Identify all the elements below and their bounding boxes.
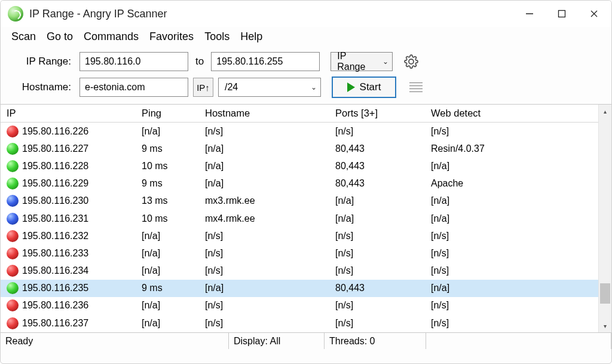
menu-go-to[interactable]: Go to — [42, 29, 78, 44]
ip-text: 195.80.116.226 — [22, 126, 88, 137]
table-row[interactable]: 195.80.116.2299 ms[n/a]80,443Apache — [1, 175, 598, 192]
cell-webdetect: Resin/4.0.37 — [425, 143, 598, 155]
table-row[interactable]: 195.80.116.234[n/a][n/s][n/s][n/s] — [1, 262, 598, 280]
menu-help[interactable]: Help — [235, 29, 267, 44]
cell-ports: [n/s] — [329, 317, 425, 329]
cell-webdetect: [n/s] — [425, 317, 598, 329]
cell-hostname: [n/a] — [199, 143, 329, 155]
cell-ip: 195.80.116.231 — [1, 212, 136, 225]
cell-hostname: [n/s] — [199, 230, 329, 242]
status-dot-icon — [7, 195, 19, 207]
ip-range-label: IP Range: — [15, 56, 75, 68]
ip-text: 195.80.116.233 — [22, 248, 88, 259]
scroll-down-icon[interactable]: ▾ — [599, 319, 611, 332]
toolbar: IP Range: to IP Range ⌄ Hostname: IP↑ /2… — [1, 48, 611, 104]
cell-ping: 9 ms — [136, 143, 199, 155]
cell-webdetect: [n/a] — [425, 160, 598, 172]
statusbar: Ready Display: All Threads: 0 — [1, 332, 611, 349]
ip-up-button[interactable]: IP↑ — [193, 78, 213, 97]
column-header[interactable]: IP — [1, 106, 136, 120]
ip-to-input[interactable] — [211, 52, 320, 71]
status-dot-icon — [7, 178, 19, 189]
cell-ping: 13 ms — [136, 195, 199, 207]
cell-ports: [n/a] — [329, 213, 425, 225]
cell-ping: 9 ms — [136, 282, 199, 294]
table-row[interactable]: 195.80.116.237[n/a][n/s][n/s][n/s] — [1, 314, 598, 332]
cell-hostname: [n/a] — [199, 282, 329, 294]
cell-ports: [n/s] — [329, 265, 425, 277]
minimize-button[interactable] — [513, 2, 546, 26]
ip-text: 195.80.116.235 — [22, 283, 88, 293]
ip-text: 195.80.116.236 — [22, 300, 88, 311]
cell-ping: [n/a] — [136, 299, 199, 311]
fetchers-button[interactable] — [407, 78, 425, 96]
cell-ip: 195.80.116.228 — [1, 160, 136, 173]
column-header[interactable]: Web detect — [425, 106, 598, 120]
table-body: 195.80.116.226[n/a][n/s][n/s][n/s]195.80… — [1, 123, 598, 332]
play-icon — [347, 82, 355, 92]
cell-ports: 80,443 — [329, 143, 425, 155]
hostname-label: Hostname: — [15, 81, 75, 93]
cell-webdetect: [n/s] — [425, 230, 598, 242]
scroll-up-icon[interactable]: ▴ — [599, 105, 611, 118]
cell-ping: [n/a] — [136, 265, 199, 277]
ip-from-input[interactable] — [79, 52, 188, 71]
cell-hostname: [n/a] — [199, 160, 329, 172]
cell-hostname: [n/s] — [199, 126, 329, 137]
column-header[interactable]: Ports [3+] — [329, 106, 425, 120]
table-row[interactable]: 195.80.116.23110 msmx4.rmk.ee[n/a][n/a] — [1, 210, 598, 227]
table-row[interactable]: 195.80.116.22810 ms[n/a]80,443[n/a] — [1, 157, 598, 175]
menu-commands[interactable]: Commands — [79, 29, 143, 44]
ip-text: 195.80.116.228 — [22, 161, 88, 172]
chevron-down-icon: ⌄ — [382, 57, 388, 66]
cell-ip: 195.80.116.230 — [1, 194, 136, 207]
table-row[interactable]: 195.80.116.236[n/a][n/s][n/s][n/s] — [1, 297, 598, 314]
table-row[interactable]: 195.80.116.232[n/a][n/s][n/s][n/s] — [1, 227, 598, 244]
table-header: IPPingHostnamePorts [3+]Web detect — [1, 105, 598, 123]
cell-ip: 195.80.116.227 — [1, 142, 136, 155]
menu-scan[interactable]: Scan — [7, 29, 41, 44]
cell-hostname: [n/s] — [199, 317, 329, 329]
cell-hostname: mx4.rmk.ee — [199, 213, 329, 225]
cell-ports: 80,443 — [329, 160, 425, 172]
status-dot-icon — [7, 213, 19, 225]
cell-ip: 195.80.116.232 — [1, 230, 136, 243]
mode-dropdown[interactable]: IP Range ⌄ — [331, 52, 393, 71]
table-row[interactable]: 195.80.116.23013 msmx3.rmk.ee[n/a][n/a] — [1, 192, 598, 210]
cell-ping: 10 ms — [136, 160, 199, 172]
netmask-dropdown[interactable]: /24 ⌄ — [218, 78, 321, 97]
cell-hostname: [n/s] — [199, 299, 329, 311]
cell-ip: 195.80.116.226 — [1, 125, 136, 138]
ip-text: 195.80.116.232 — [22, 231, 88, 241]
cell-hostname: [n/s] — [199, 265, 329, 277]
cell-webdetect: Apache — [425, 178, 598, 189]
mode-dropdown-label: IP Range — [337, 51, 377, 72]
table-row[interactable]: 195.80.116.226[n/a][n/s][n/s][n/s] — [1, 123, 598, 140]
column-header[interactable]: Hostname — [199, 106, 329, 120]
cell-hostname: [n/a] — [199, 178, 329, 189]
table-row[interactable]: 195.80.116.233[n/a][n/s][n/s][n/s] — [1, 244, 598, 262]
table-row[interactable]: 195.80.116.2279 ms[n/a]80,443Resin/4.0.3… — [1, 140, 598, 157]
cell-ip: 195.80.116.233 — [1, 247, 136, 260]
app-icon — [8, 6, 23, 22]
menu-tools[interactable]: Tools — [200, 29, 234, 44]
titlebar: IP Range - Angry IP Scanner — [1, 1, 611, 27]
cell-ping: [n/a] — [136, 317, 199, 329]
status-dot-icon — [7, 299, 19, 311]
settings-button[interactable] — [401, 51, 421, 72]
column-header[interactable]: Ping — [136, 106, 199, 120]
start-button[interactable]: Start — [332, 77, 396, 98]
close-button[interactable] — [578, 2, 610, 26]
cell-ping: 10 ms — [136, 213, 199, 225]
scroll-track[interactable] — [599, 118, 611, 319]
menu-favorites[interactable]: Favorites — [145, 29, 198, 44]
vertical-scrollbar[interactable]: ▴ ▾ — [598, 105, 611, 332]
table-row[interactable]: 195.80.116.2359 ms[n/a]80,443[n/a] — [1, 280, 598, 297]
hostname-input[interactable] — [79, 78, 188, 97]
cell-ping: [n/a] — [136, 126, 199, 137]
scroll-thumb[interactable] — [600, 283, 610, 304]
maximize-button[interactable] — [546, 2, 578, 26]
cell-webdetect: [n/s] — [425, 299, 598, 311]
cell-ping: 9 ms — [136, 178, 199, 189]
cell-ports: [n/s] — [329, 230, 425, 242]
